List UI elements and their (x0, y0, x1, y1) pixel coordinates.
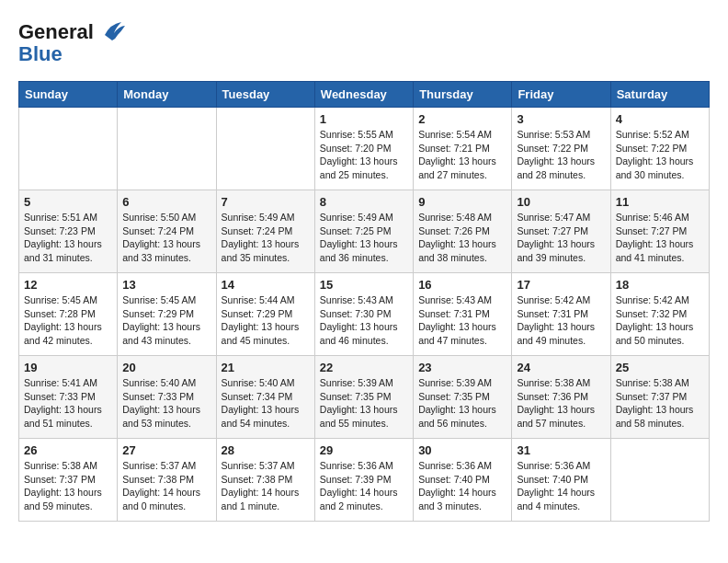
day-number: 12 (24, 278, 112, 292)
day-number: 21 (222, 361, 310, 374)
calendar-table: SundayMondayTuesdayWednesdayThursdayFrid… (18, 81, 710, 522)
day-number: 4 (616, 112, 704, 126)
calendar-cell: 19Sunrise: 5:41 AM Sunset: 7:33 PM Dayli… (19, 356, 118, 439)
weekday-header-sunday: Sunday (19, 82, 118, 108)
calendar-cell: 6Sunrise: 5:50 AM Sunset: 7:24 PM Daylig… (118, 190, 216, 273)
day-number: 7 (222, 195, 310, 209)
day-info: Sunrise: 5:51 AM Sunset: 7:23 PM Dayligh… (24, 211, 112, 265)
day-number: 14 (222, 278, 310, 292)
calendar-cell: 17Sunrise: 5:42 AM Sunset: 7:31 PM Dayli… (512, 273, 610, 356)
calendar-week-row: 26Sunrise: 5:38 AM Sunset: 7:37 PM Dayli… (19, 439, 710, 522)
weekday-header-wednesday: Wednesday (314, 82, 413, 108)
day-number: 22 (320, 361, 408, 374)
day-info: Sunrise: 5:39 AM Sunset: 7:35 PM Dayligh… (320, 376, 408, 431)
day-info: Sunrise: 5:36 AM Sunset: 7:40 PM Dayligh… (418, 459, 506, 513)
logo: General Blue (18, 18, 129, 66)
weekday-header-tuesday: Tuesday (216, 82, 314, 108)
calendar-cell: 15Sunrise: 5:43 AM Sunset: 7:30 PM Dayli… (314, 273, 413, 356)
day-number: 3 (517, 112, 605, 126)
calendar-cell: 29Sunrise: 5:36 AM Sunset: 7:39 PM Dayli… (314, 439, 413, 522)
day-number: 23 (418, 361, 506, 374)
day-number: 11 (616, 195, 704, 209)
day-info: Sunrise: 5:38 AM Sunset: 7:37 PM Dayligh… (616, 376, 704, 431)
logo-general: General (18, 20, 94, 44)
day-info: Sunrise: 5:36 AM Sunset: 7:40 PM Dayligh… (517, 459, 605, 513)
calendar-cell: 24Sunrise: 5:38 AM Sunset: 7:36 PM Dayli… (512, 356, 610, 439)
calendar-cell: 22Sunrise: 5:39 AM Sunset: 7:35 PM Dayli… (314, 356, 413, 439)
calendar-cell: 25Sunrise: 5:38 AM Sunset: 7:37 PM Dayli… (610, 356, 709, 439)
calendar-cell: 14Sunrise: 5:44 AM Sunset: 7:29 PM Dayli… (216, 273, 314, 356)
calendar-header-row: SundayMondayTuesdayWednesdayThursdayFrid… (19, 82, 710, 108)
day-info: Sunrise: 5:43 AM Sunset: 7:30 PM Dayligh… (320, 293, 408, 348)
day-info: Sunrise: 5:41 AM Sunset: 7:33 PM Dayligh… (24, 376, 112, 431)
calendar-cell: 5Sunrise: 5:51 AM Sunset: 7:23 PM Daylig… (19, 190, 118, 273)
calendar-cell (19, 108, 118, 190)
day-info: Sunrise: 5:45 AM Sunset: 7:29 PM Dayligh… (122, 293, 210, 348)
calendar-cell: 12Sunrise: 5:45 AM Sunset: 7:28 PM Dayli… (19, 273, 118, 356)
day-number: 13 (122, 278, 210, 292)
day-number: 18 (616, 278, 704, 292)
calendar-cell: 10Sunrise: 5:47 AM Sunset: 7:27 PM Dayli… (512, 190, 610, 273)
calendar-cell: 16Sunrise: 5:43 AM Sunset: 7:31 PM Dayli… (414, 273, 512, 356)
day-info: Sunrise: 5:38 AM Sunset: 7:36 PM Dayligh… (517, 376, 605, 431)
day-number: 24 (517, 361, 605, 374)
day-info: Sunrise: 5:44 AM Sunset: 7:29 PM Dayligh… (222, 293, 310, 348)
day-info: Sunrise: 5:48 AM Sunset: 7:26 PM Dayligh… (418, 211, 506, 265)
calendar-cell: 21Sunrise: 5:40 AM Sunset: 7:34 PM Dayli… (216, 356, 314, 439)
day-info: Sunrise: 5:50 AM Sunset: 7:24 PM Dayligh… (122, 211, 210, 265)
weekday-header-thursday: Thursday (414, 82, 512, 108)
logo-bird-icon (96, 18, 127, 46)
day-info: Sunrise: 5:53 AM Sunset: 7:22 PM Dayligh… (517, 128, 605, 182)
day-number: 30 (418, 443, 506, 457)
day-number: 16 (418, 278, 506, 292)
day-number: 8 (320, 195, 408, 209)
day-number: 27 (122, 443, 210, 457)
day-number: 25 (616, 361, 704, 374)
day-info: Sunrise: 5:45 AM Sunset: 7:28 PM Dayligh… (24, 293, 112, 348)
day-number: 2 (418, 112, 506, 126)
day-info: Sunrise: 5:40 AM Sunset: 7:33 PM Dayligh… (122, 376, 210, 431)
day-info: Sunrise: 5:37 AM Sunset: 7:38 PM Dayligh… (122, 459, 210, 513)
calendar-cell (118, 108, 216, 190)
day-number: 10 (517, 195, 605, 209)
day-number: 31 (517, 443, 605, 457)
calendar-cell: 18Sunrise: 5:42 AM Sunset: 7:32 PM Dayli… (610, 273, 709, 356)
calendar-cell: 3Sunrise: 5:53 AM Sunset: 7:22 PM Daylig… (512, 108, 610, 190)
day-info: Sunrise: 5:42 AM Sunset: 7:32 PM Dayligh… (616, 293, 704, 348)
day-info: Sunrise: 5:49 AM Sunset: 7:24 PM Dayligh… (222, 211, 310, 265)
day-number: 19 (24, 361, 112, 374)
calendar-week-row: 5Sunrise: 5:51 AM Sunset: 7:23 PM Daylig… (19, 190, 710, 273)
day-info: Sunrise: 5:39 AM Sunset: 7:35 PM Dayligh… (418, 376, 506, 431)
calendar-cell: 20Sunrise: 5:40 AM Sunset: 7:33 PM Dayli… (118, 356, 216, 439)
day-info: Sunrise: 5:52 AM Sunset: 7:22 PM Dayligh… (616, 128, 704, 182)
calendar-cell: 23Sunrise: 5:39 AM Sunset: 7:35 PM Dayli… (414, 356, 512, 439)
calendar-cell: 30Sunrise: 5:36 AM Sunset: 7:40 PM Dayli… (414, 439, 512, 522)
day-info: Sunrise: 5:55 AM Sunset: 7:20 PM Dayligh… (320, 128, 408, 182)
day-number: 6 (122, 195, 210, 209)
calendar-cell: 8Sunrise: 5:49 AM Sunset: 7:25 PM Daylig… (314, 190, 413, 273)
calendar-cell: 31Sunrise: 5:36 AM Sunset: 7:40 PM Dayli… (512, 439, 610, 522)
calendar-week-row: 12Sunrise: 5:45 AM Sunset: 7:28 PM Dayli… (19, 273, 710, 356)
day-info: Sunrise: 5:38 AM Sunset: 7:37 PM Dayligh… (24, 459, 112, 513)
day-info: Sunrise: 5:42 AM Sunset: 7:31 PM Dayligh… (517, 293, 605, 348)
day-number: 26 (24, 443, 112, 457)
calendar-cell: 11Sunrise: 5:46 AM Sunset: 7:27 PM Dayli… (610, 190, 709, 273)
calendar-cell: 26Sunrise: 5:38 AM Sunset: 7:37 PM Dayli… (19, 439, 118, 522)
calendar-cell: 27Sunrise: 5:37 AM Sunset: 7:38 PM Dayli… (118, 439, 216, 522)
logo-text: General Blue (18, 18, 129, 66)
day-number: 15 (320, 278, 408, 292)
day-number: 28 (222, 443, 310, 457)
calendar-cell: 7Sunrise: 5:49 AM Sunset: 7:24 PM Daylig… (216, 190, 314, 273)
calendar-cell: 1Sunrise: 5:55 AM Sunset: 7:20 PM Daylig… (314, 108, 413, 190)
calendar-cell: 9Sunrise: 5:48 AM Sunset: 7:26 PM Daylig… (414, 190, 512, 273)
weekday-header-saturday: Saturday (610, 82, 709, 108)
day-info: Sunrise: 5:40 AM Sunset: 7:34 PM Dayligh… (222, 376, 310, 431)
day-info: Sunrise: 5:37 AM Sunset: 7:38 PM Dayligh… (222, 459, 310, 513)
day-number: 5 (24, 195, 112, 209)
day-info: Sunrise: 5:49 AM Sunset: 7:25 PM Dayligh… (320, 211, 408, 265)
day-info: Sunrise: 5:47 AM Sunset: 7:27 PM Dayligh… (517, 211, 605, 265)
day-info: Sunrise: 5:54 AM Sunset: 7:21 PM Dayligh… (418, 128, 506, 182)
day-info: Sunrise: 5:46 AM Sunset: 7:27 PM Dayligh… (616, 211, 704, 265)
calendar-cell: 2Sunrise: 5:54 AM Sunset: 7:21 PM Daylig… (414, 108, 512, 190)
day-number: 1 (320, 112, 408, 126)
